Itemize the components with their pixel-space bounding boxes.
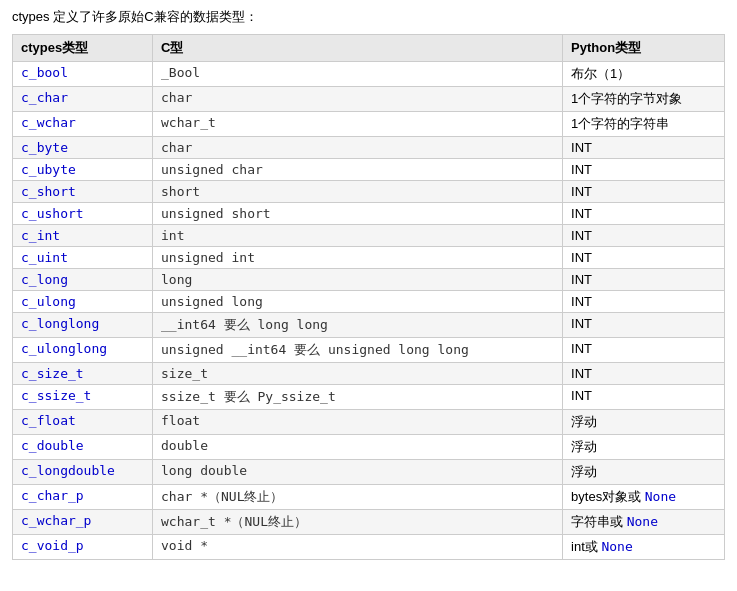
cell-python: 浮动 [563,435,725,460]
table-row: c_ulongunsigned longINT [13,291,725,313]
cell-python: 字符串或 None [563,510,725,535]
table-row: c_ubyteunsigned charINT [13,159,725,181]
cell-ctype: long double [153,460,563,485]
cell-python: INT [563,225,725,247]
cell-ctypes: c_ulonglong [13,338,153,363]
header-ctypes: ctypes类型 [13,35,153,62]
cell-python: int或 None [563,535,725,560]
cell-python: INT [563,291,725,313]
cell-ctypes: c_ubyte [13,159,153,181]
cell-python: INT [563,203,725,225]
table-row: c_bytecharINT [13,137,725,159]
cell-python: 1个字符的字符串 [563,112,725,137]
cell-ctypes: c_bool [13,62,153,87]
table-row: c_bool_Bool布尔（1） [13,62,725,87]
cell-ctype: unsigned short [153,203,563,225]
cell-ctype: unsigned long [153,291,563,313]
header-python: Python类型 [563,35,725,62]
cell-ctypes: c_ulong [13,291,153,313]
cell-ctypes: c_uint [13,247,153,269]
cell-ctype: unsigned char [153,159,563,181]
cell-python: 浮动 [563,410,725,435]
intro-text: ctypes 定义了许多原始C兼容的数据类型： [12,8,725,26]
cell-python: 布尔（1） [563,62,725,87]
cell-python: INT [563,247,725,269]
cell-ctype: double [153,435,563,460]
table-row: c_longlongINT [13,269,725,291]
cell-ctypes: c_wchar [13,112,153,137]
cell-python: INT [563,313,725,338]
table-row: c_ulonglongunsigned __int64 要么 unsigned … [13,338,725,363]
cell-ctype: __int64 要么 long long [153,313,563,338]
cell-ctypes: c_longdouble [13,460,153,485]
table-row: c_ushortunsigned shortINT [13,203,725,225]
cell-python: 1个字符的字节对象 [563,87,725,112]
cell-ctype: int [153,225,563,247]
cell-ctype: char *（NUL终止） [153,485,563,510]
table-row: c_uintunsigned intINT [13,247,725,269]
table-row: c_shortshortINT [13,181,725,203]
cell-ctypes: c_short [13,181,153,203]
table-row: c_size_tsize_tINT [13,363,725,385]
cell-python: INT [563,385,725,410]
ctypes-table: ctypes类型 C型 Python类型 c_bool_Bool布尔（1）c_c… [12,34,725,560]
cell-python: INT [563,159,725,181]
cell-ctypes: c_char [13,87,153,112]
cell-ctypes: c_ssize_t [13,385,153,410]
cell-ctypes: c_longlong [13,313,153,338]
cell-ctype: size_t [153,363,563,385]
cell-ctypes: c_size_t [13,363,153,385]
cell-python: bytes对象或 None [563,485,725,510]
cell-ctypes: c_byte [13,137,153,159]
cell-ctypes: c_void_p [13,535,153,560]
cell-ctype: _Bool [153,62,563,87]
table-row: c_doubledouble浮动 [13,435,725,460]
cell-python: INT [563,137,725,159]
header-ctype: C型 [153,35,563,62]
cell-python: INT [563,363,725,385]
cell-ctypes: c_int [13,225,153,247]
cell-ctypes: c_long [13,269,153,291]
table-row: c_floatfloat浮动 [13,410,725,435]
cell-ctype: ssize_t 要么 Py_ssize_t [153,385,563,410]
cell-ctype: short [153,181,563,203]
cell-ctype: wchar_t *（NUL终止） [153,510,563,535]
table-row: c_char_pchar *（NUL终止）bytes对象或 None [13,485,725,510]
table-row: c_longdoublelong double浮动 [13,460,725,485]
table-row: c_void_pvoid *int或 None [13,535,725,560]
cell-python: INT [563,338,725,363]
cell-ctype: long [153,269,563,291]
table-row: c_longlong__int64 要么 long longINT [13,313,725,338]
cell-ctype: void * [153,535,563,560]
table-row: c_ssize_tssize_t 要么 Py_ssize_tINT [13,385,725,410]
cell-ctype: char [153,87,563,112]
cell-ctypes: c_ushort [13,203,153,225]
table-row: c_charchar1个字符的字节对象 [13,87,725,112]
table-row: c_wchar_pwchar_t *（NUL终止）字符串或 None [13,510,725,535]
cell-ctypes: c_char_p [13,485,153,510]
cell-ctype: unsigned __int64 要么 unsigned long long [153,338,563,363]
cell-ctypes: c_float [13,410,153,435]
table-row: c_intintINT [13,225,725,247]
cell-python: INT [563,181,725,203]
cell-ctypes: c_wchar_p [13,510,153,535]
cell-ctype: unsigned int [153,247,563,269]
cell-ctype: char [153,137,563,159]
cell-ctypes: c_double [13,435,153,460]
cell-python: INT [563,269,725,291]
cell-ctype: wchar_t [153,112,563,137]
cell-python: 浮动 [563,460,725,485]
table-row: c_wcharwchar_t1个字符的字符串 [13,112,725,137]
cell-ctype: float [153,410,563,435]
